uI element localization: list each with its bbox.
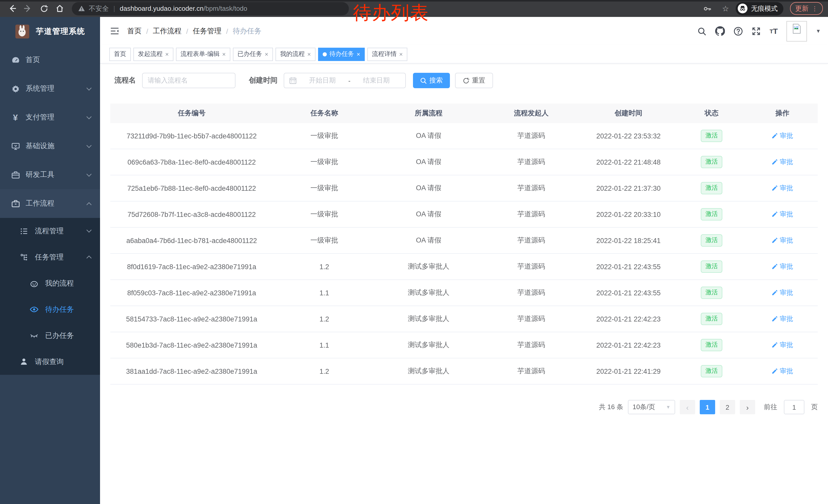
col-status: 状态: [676, 103, 747, 123]
toolbox-icon: [11, 171, 20, 179]
tab-home[interactable]: 首页: [109, 47, 131, 61]
chevron-down-icon: [86, 87, 92, 91]
table-row: 725a1eb6-7b88-11ec-8ef0-acde48001122 一级审…: [110, 175, 818, 201]
sidebar-item-workflow[interactable]: 工作流程: [0, 189, 100, 218]
page-size-value: 10条/页: [632, 403, 655, 412]
tab-todo-tasks[interactable]: 待办任务×: [318, 47, 365, 61]
url-host[interactable]: dashboard.yudao.iocoder.cn: [120, 5, 204, 12]
status-badge: 激活: [701, 365, 722, 377]
approve-link[interactable]: 审批: [772, 184, 793, 193]
goto-page-input[interactable]: 1: [784, 400, 804, 414]
close-icon[interactable]: ×: [165, 50, 169, 58]
reset-button[interactable]: 重置: [455, 73, 493, 88]
edit-icon: [772, 290, 778, 296]
sidebar-item-infra[interactable]: 基础设施: [0, 132, 100, 161]
approve-link[interactable]: 审批: [772, 367, 793, 376]
cell-task-id: a6aba0a4-7b6d-11ec-b781-acde48001122: [110, 227, 273, 254]
end-date-placeholder[interactable]: 结束日期: [353, 76, 400, 85]
sidebar-item-home[interactable]: 首页: [0, 46, 100, 74]
close-icon[interactable]: ×: [357, 50, 360, 58]
sidebar-item-done-tasks[interactable]: 已办任务: [0, 322, 100, 349]
process-name-input[interactable]: 请输入流程名: [142, 73, 236, 88]
avatar-caret-icon[interactable]: ▼: [816, 28, 821, 34]
update-label[interactable]: 更新: [795, 4, 809, 13]
search-button-label: 搜索: [429, 76, 443, 85]
tab-label: 流程详情: [372, 50, 397, 58]
sidebar-collapse-icon[interactable]: [110, 27, 119, 35]
cell-status: 激活: [676, 123, 747, 149]
cell-created: 2022-01-21 22:42:23: [581, 332, 676, 358]
col-process: 所属流程: [376, 103, 482, 123]
approve-link[interactable]: 审批: [772, 262, 793, 271]
calendar-icon: [289, 77, 296, 84]
tab-done-tasks[interactable]: 已办任务×: [233, 47, 273, 61]
table-row: 58154733-7ac8-11ec-a9e2-a2380e71991a 1.2…: [110, 306, 818, 332]
fullscreen-icon[interactable]: [752, 27, 761, 36]
approve-link[interactable]: 审批: [772, 210, 793, 219]
tab-process-detail[interactable]: 流程详情×: [367, 47, 407, 61]
sidebar-item-my-process[interactable]: 我的流程: [0, 270, 100, 296]
home-icon[interactable]: [55, 4, 64, 13]
close-icon[interactable]: ×: [222, 50, 226, 58]
forward-icon[interactable]: [24, 4, 32, 13]
url-path[interactable]: /bpm/task/todo: [204, 5, 248, 12]
search-button-icon: [420, 77, 427, 84]
sidebar-item-leave-query[interactable]: 请假查询: [0, 349, 100, 375]
approve-link[interactable]: 审批: [772, 157, 793, 167]
table-row: 75d72608-7b7f-11ec-a3c8-acde48001122 一级审…: [110, 201, 818, 227]
sidebar-item-process-mgmt[interactable]: 流程管理: [0, 218, 100, 244]
date-range-picker[interactable]: 开始日期 - 结束日期: [284, 73, 406, 88]
bookmark-star-icon[interactable]: ☆: [722, 5, 729, 12]
search-icon[interactable]: [697, 27, 706, 36]
cell-task-name: 一级审批: [273, 123, 376, 149]
back-icon[interactable]: [8, 4, 16, 13]
font-size-icon[interactable]: TT: [770, 27, 778, 35]
prev-page-button[interactable]: ‹: [680, 400, 695, 414]
page-button-1[interactable]: 1: [700, 400, 715, 414]
start-date-placeholder[interactable]: 开始日期: [299, 76, 346, 85]
update-button[interactable]: 更新 ⋮: [790, 2, 823, 15]
help-icon[interactable]: [734, 27, 743, 36]
reload-icon[interactable]: [40, 4, 48, 13]
github-icon[interactable]: [715, 26, 725, 36]
sidebar-item-payment[interactable]: ¥ 支付管理: [0, 103, 100, 132]
cell-task-name: 1.1: [273, 332, 376, 358]
page-button-2[interactable]: 2: [720, 400, 735, 414]
key-icon[interactable]: [703, 4, 712, 13]
close-icon[interactable]: ×: [307, 50, 311, 58]
breadcrumb-workflow[interactable]: 工作流程: [153, 27, 181, 36]
page-size-select[interactable]: 10条/页 ▼: [628, 400, 675, 414]
security-label[interactable]: 不安全: [89, 4, 109, 13]
approve-link[interactable]: 审批: [772, 236, 793, 245]
approve-link[interactable]: 审批: [772, 131, 793, 140]
breadcrumb-task-mgmt[interactable]: 任务管理: [193, 27, 222, 36]
tab-my-process[interactable]: 我的流程×: [276, 47, 316, 61]
next-page-button[interactable]: ›: [740, 400, 755, 414]
table-row: a6aba0a4-7b6d-11ec-b781-acde48001122 一级审…: [110, 227, 818, 254]
sidebar-item-todo-tasks[interactable]: 待办任务: [0, 296, 100, 322]
sidebar-item-task-mgmt[interactable]: 任务管理: [0, 244, 100, 270]
approve-link[interactable]: 审批: [772, 288, 793, 297]
approve-link[interactable]: 审批: [772, 340, 793, 350]
cell-actions: 审批: [747, 332, 818, 358]
sidebar-item-system[interactable]: 系统管理: [0, 74, 100, 103]
tab-start-process[interactable]: 发起流程×: [133, 47, 173, 61]
incognito-label: 无痕模式: [751, 4, 778, 13]
avatar[interactable]: [786, 21, 807, 41]
eye-open-icon: [30, 305, 38, 314]
cell-starter: 芋道源码: [482, 332, 581, 358]
cell-starter: 芋道源码: [482, 306, 581, 332]
browser-menu-icon[interactable]: ⋮: [812, 5, 818, 12]
breadcrumb-home[interactable]: 首页: [127, 27, 141, 36]
chevron-down-icon: [86, 173, 92, 177]
tab-form-edit[interactable]: 流程表单-编辑×: [176, 47, 230, 61]
approve-link[interactable]: 审批: [772, 314, 793, 324]
close-icon[interactable]: ×: [265, 50, 268, 58]
process-name-label: 流程名: [114, 76, 136, 85]
address-bar[interactable]: 不安全 | dashboard.yudao.iocoder.cn /bpm/ta…: [72, 2, 349, 15]
main-area: 首页 / 工作流程 / 任务管理 / 待办任务: [100, 17, 828, 504]
search-button[interactable]: 搜索: [413, 73, 450, 88]
sidebar-item-devtools[interactable]: 研发工具: [0, 161, 100, 189]
task-table: 任务编号 任务名称 所属流程 流程发起人 创建时间 状态 操作 73211d9d…: [110, 103, 818, 384]
close-icon[interactable]: ×: [399, 50, 403, 58]
